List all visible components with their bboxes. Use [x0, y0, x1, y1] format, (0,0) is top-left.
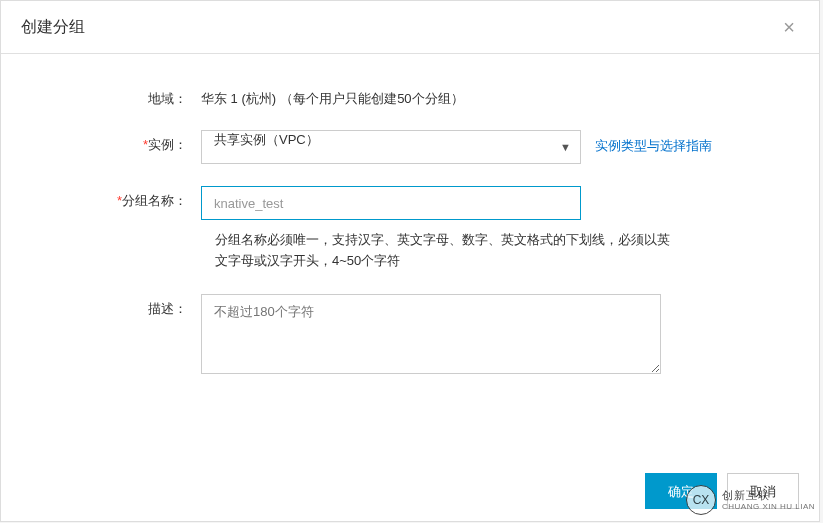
confirm-button[interactable]: 确定: [645, 473, 717, 509]
group-name-row: *分组名称：: [21, 186, 799, 220]
dialog-footer: 确定 取消: [1, 461, 819, 521]
group-name-help-text: 分组名称必须唯一，支持汉字、英文字母、数字、英文格式的下划线，必须以英文字母或汉…: [215, 230, 675, 272]
instance-select[interactable]: 共享实例（VPC） ▼: [201, 130, 581, 164]
instance-select-value[interactable]: 共享实例（VPC）: [201, 130, 581, 164]
instance-label: *实例：: [21, 130, 201, 154]
cancel-button[interactable]: 取消: [727, 473, 799, 509]
region-hint: （每个用户只能创建50个分组）: [280, 84, 463, 108]
group-name-help-row: 分组名称必须唯一，支持汉字、英文字母、数字、英文格式的下划线，必须以英文字母或汉…: [21, 230, 799, 272]
create-group-dialog: 创建分组 × 地域： 华东 1 (杭州) （每个用户只能创建50个分组） *实例…: [0, 0, 820, 522]
dialog-title: 创建分组: [21, 17, 85, 38]
dialog-body: 地域： 华东 1 (杭州) （每个用户只能创建50个分组） *实例： 共享实例（…: [1, 54, 819, 461]
description-label: 描述：: [21, 294, 201, 318]
region-label: 地域：: [21, 84, 201, 108]
region-value: 华东 1 (杭州): [201, 84, 276, 108]
instance-row: *实例： 共享实例（VPC） ▼ 实例类型与选择指南: [21, 130, 799, 164]
instance-label-text: 实例：: [148, 137, 187, 152]
group-name-label-text: 分组名称：: [122, 193, 187, 208]
description-textarea[interactable]: [201, 294, 661, 374]
close-icon[interactable]: ×: [779, 15, 799, 39]
dialog-header: 创建分组 ×: [1, 1, 819, 54]
region-row: 地域： 华东 1 (杭州) （每个用户只能创建50个分组）: [21, 84, 799, 108]
instance-guide-link[interactable]: 实例类型与选择指南: [595, 130, 712, 155]
description-row: 描述：: [21, 294, 799, 374]
group-name-input[interactable]: [201, 186, 581, 220]
group-name-label: *分组名称：: [21, 186, 201, 210]
